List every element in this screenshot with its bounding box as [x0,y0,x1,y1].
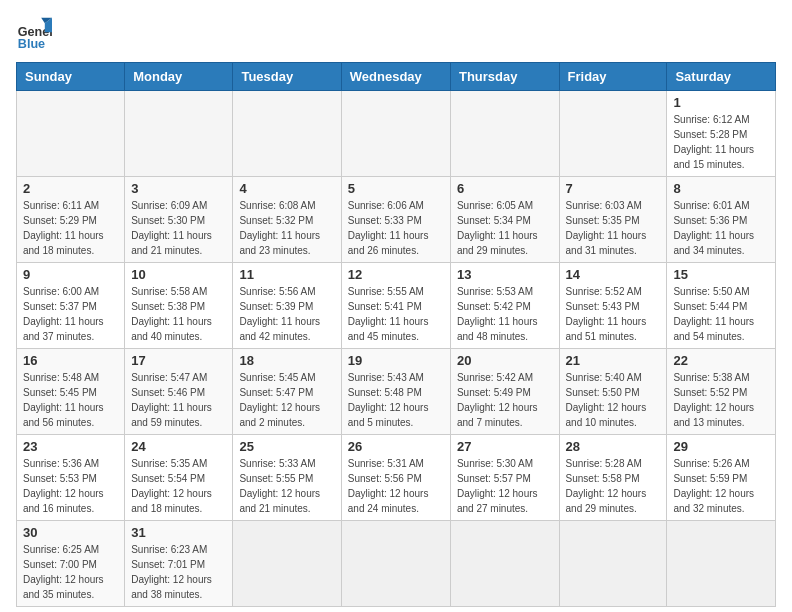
calendar-cell: 23Sunrise: 5:36 AM Sunset: 5:53 PM Dayli… [17,435,125,521]
calendar-cell [233,521,341,607]
calendar-cell: 13Sunrise: 5:53 AM Sunset: 5:42 PM Dayli… [450,263,559,349]
day-info: Sunrise: 5:52 AM Sunset: 5:43 PM Dayligh… [566,284,661,344]
day-number: 17 [131,353,226,368]
day-info: Sunrise: 6:01 AM Sunset: 5:36 PM Dayligh… [673,198,769,258]
calendar-cell: 15Sunrise: 5:50 AM Sunset: 5:44 PM Dayli… [667,263,776,349]
day-info: Sunrise: 5:40 AM Sunset: 5:50 PM Dayligh… [566,370,661,430]
calendar-cell: 18Sunrise: 5:45 AM Sunset: 5:47 PM Dayli… [233,349,341,435]
calendar-cell: 9Sunrise: 6:00 AM Sunset: 5:37 PM Daylig… [17,263,125,349]
calendar-cell: 12Sunrise: 5:55 AM Sunset: 5:41 PM Dayli… [341,263,450,349]
day-info: Sunrise: 5:33 AM Sunset: 5:55 PM Dayligh… [239,456,334,516]
day-number: 5 [348,181,444,196]
calendar-week-row: 9Sunrise: 6:00 AM Sunset: 5:37 PM Daylig… [17,263,776,349]
weekday-header-thursday: Thursday [450,63,559,91]
day-info: Sunrise: 5:48 AM Sunset: 5:45 PM Dayligh… [23,370,118,430]
day-number: 19 [348,353,444,368]
day-number: 15 [673,267,769,282]
day-number: 9 [23,267,118,282]
calendar-cell [341,91,450,177]
day-info: Sunrise: 5:36 AM Sunset: 5:53 PM Dayligh… [23,456,118,516]
logo: General Blue [16,16,56,52]
day-info: Sunrise: 5:30 AM Sunset: 5:57 PM Dayligh… [457,456,553,516]
day-number: 27 [457,439,553,454]
calendar-cell [341,521,450,607]
day-number: 28 [566,439,661,454]
day-number: 24 [131,439,226,454]
calendar-cell [233,91,341,177]
calendar-cell: 2Sunrise: 6:11 AM Sunset: 5:29 PM Daylig… [17,177,125,263]
calendar-table: SundayMondayTuesdayWednesdayThursdayFrid… [16,62,776,607]
calendar-week-row: 23Sunrise: 5:36 AM Sunset: 5:53 PM Dayli… [17,435,776,521]
day-number: 16 [23,353,118,368]
day-info: Sunrise: 6:11 AM Sunset: 5:29 PM Dayligh… [23,198,118,258]
calendar-cell: 8Sunrise: 6:01 AM Sunset: 5:36 PM Daylig… [667,177,776,263]
day-info: Sunrise: 5:55 AM Sunset: 5:41 PM Dayligh… [348,284,444,344]
day-number: 10 [131,267,226,282]
day-info: Sunrise: 6:06 AM Sunset: 5:33 PM Dayligh… [348,198,444,258]
day-info: Sunrise: 5:28 AM Sunset: 5:58 PM Dayligh… [566,456,661,516]
calendar-cell: 20Sunrise: 5:42 AM Sunset: 5:49 PM Dayli… [450,349,559,435]
calendar-cell: 10Sunrise: 5:58 AM Sunset: 5:38 PM Dayli… [125,263,233,349]
calendar-cell: 6Sunrise: 6:05 AM Sunset: 5:34 PM Daylig… [450,177,559,263]
day-info: Sunrise: 6:05 AM Sunset: 5:34 PM Dayligh… [457,198,553,258]
day-number: 23 [23,439,118,454]
weekday-header-wednesday: Wednesday [341,63,450,91]
calendar-header-row: SundayMondayTuesdayWednesdayThursdayFrid… [17,63,776,91]
day-info: Sunrise: 6:12 AM Sunset: 5:28 PM Dayligh… [673,112,769,172]
calendar-cell: 24Sunrise: 5:35 AM Sunset: 5:54 PM Dayli… [125,435,233,521]
day-info: Sunrise: 5:56 AM Sunset: 5:39 PM Dayligh… [239,284,334,344]
day-number: 6 [457,181,553,196]
day-info: Sunrise: 6:03 AM Sunset: 5:35 PM Dayligh… [566,198,661,258]
calendar-cell [125,91,233,177]
day-info: Sunrise: 5:31 AM Sunset: 5:56 PM Dayligh… [348,456,444,516]
day-number: 7 [566,181,661,196]
day-info: Sunrise: 5:35 AM Sunset: 5:54 PM Dayligh… [131,456,226,516]
day-number: 29 [673,439,769,454]
day-info: Sunrise: 5:58 AM Sunset: 5:38 PM Dayligh… [131,284,226,344]
day-info: Sunrise: 6:00 AM Sunset: 5:37 PM Dayligh… [23,284,118,344]
day-info: Sunrise: 5:43 AM Sunset: 5:48 PM Dayligh… [348,370,444,430]
calendar-cell: 29Sunrise: 5:26 AM Sunset: 5:59 PM Dayli… [667,435,776,521]
calendar-cell: 3Sunrise: 6:09 AM Sunset: 5:30 PM Daylig… [125,177,233,263]
calendar-cell: 4Sunrise: 6:08 AM Sunset: 5:32 PM Daylig… [233,177,341,263]
day-info: Sunrise: 5:53 AM Sunset: 5:42 PM Dayligh… [457,284,553,344]
calendar-cell: 16Sunrise: 5:48 AM Sunset: 5:45 PM Dayli… [17,349,125,435]
day-number: 3 [131,181,226,196]
day-number: 22 [673,353,769,368]
logo-icon: General Blue [16,16,52,52]
day-number: 25 [239,439,334,454]
day-number: 26 [348,439,444,454]
calendar-cell [559,91,667,177]
weekday-header-friday: Friday [559,63,667,91]
day-info: Sunrise: 6:25 AM Sunset: 7:00 PM Dayligh… [23,542,118,602]
calendar-cell: 30Sunrise: 6:25 AM Sunset: 7:00 PM Dayli… [17,521,125,607]
calendar-cell: 1Sunrise: 6:12 AM Sunset: 5:28 PM Daylig… [667,91,776,177]
day-number: 2 [23,181,118,196]
calendar-cell: 17Sunrise: 5:47 AM Sunset: 5:46 PM Dayli… [125,349,233,435]
calendar-cell: 28Sunrise: 5:28 AM Sunset: 5:58 PM Dayli… [559,435,667,521]
calendar-week-row: 1Sunrise: 6:12 AM Sunset: 5:28 PM Daylig… [17,91,776,177]
day-number: 1 [673,95,769,110]
day-info: Sunrise: 5:50 AM Sunset: 5:44 PM Dayligh… [673,284,769,344]
calendar-week-row: 2Sunrise: 6:11 AM Sunset: 5:29 PM Daylig… [17,177,776,263]
svg-text:Blue: Blue [18,37,45,51]
calendar-cell: 21Sunrise: 5:40 AM Sunset: 5:50 PM Dayli… [559,349,667,435]
calendar-cell: 19Sunrise: 5:43 AM Sunset: 5:48 PM Dayli… [341,349,450,435]
calendar-cell: 11Sunrise: 5:56 AM Sunset: 5:39 PM Dayli… [233,263,341,349]
header: General Blue [16,16,776,52]
day-info: Sunrise: 6:09 AM Sunset: 5:30 PM Dayligh… [131,198,226,258]
day-number: 8 [673,181,769,196]
calendar-cell [559,521,667,607]
day-number: 14 [566,267,661,282]
calendar-cell: 31Sunrise: 6:23 AM Sunset: 7:01 PM Dayli… [125,521,233,607]
day-number: 11 [239,267,334,282]
weekday-header-saturday: Saturday [667,63,776,91]
calendar-cell [450,521,559,607]
calendar-cell: 14Sunrise: 5:52 AM Sunset: 5:43 PM Dayli… [559,263,667,349]
calendar-cell: 22Sunrise: 5:38 AM Sunset: 5:52 PM Dayli… [667,349,776,435]
day-number: 18 [239,353,334,368]
day-number: 12 [348,267,444,282]
weekday-header-monday: Monday [125,63,233,91]
day-number: 21 [566,353,661,368]
day-info: Sunrise: 6:08 AM Sunset: 5:32 PM Dayligh… [239,198,334,258]
